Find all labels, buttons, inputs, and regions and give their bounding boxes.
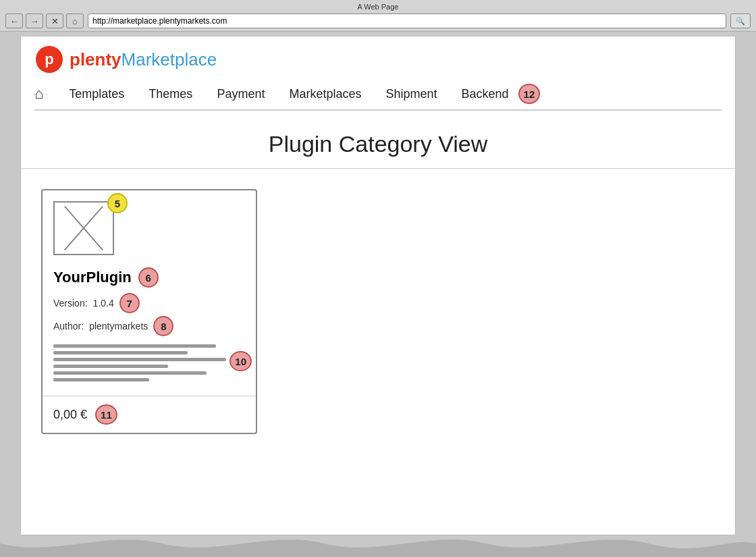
- author-value: plentymarkets: [89, 321, 148, 331]
- logo-plenty: plenty: [70, 49, 122, 70]
- browser-toolbar: ← → ✕ ⌂ 🔍: [5, 14, 751, 28]
- svg-text:p: p: [45, 51, 53, 68]
- nav-item-marketplaces[interactable]: Marketplaces: [277, 84, 373, 104]
- author-label: Author:: [53, 321, 84, 331]
- nav-item-themes[interactable]: Themes: [136, 84, 205, 104]
- desc-line-5: [53, 371, 207, 375]
- back-button[interactable]: ←: [5, 14, 23, 28]
- page-wrapper: p plentyMarketplace ⌂ Templates Themes P…: [20, 36, 736, 535]
- site-header: p plentyMarketplace ⌂ Templates Themes P…: [21, 36, 735, 111]
- version-badge: 7: [119, 293, 140, 313]
- plugin-name-badge: 6: [138, 267, 159, 288]
- browser-chrome: A Web Page ← → ✕ ⌂ 🔍: [0, 0, 756, 32]
- nav-backend-container: Backend 12: [450, 84, 541, 104]
- forward-button[interactable]: →: [26, 14, 43, 28]
- nav-buttons: ← → ✕ ⌂: [5, 14, 84, 28]
- logo-area: p plentyMarketplace: [34, 45, 722, 74]
- card-footer: 0,00 € 11: [43, 396, 256, 433]
- card-body: 5 YourPlugin 6 Version: 1.0.4 7 Author:: [43, 190, 256, 396]
- plugin-name-row: YourPlugin 6: [53, 267, 245, 288]
- image-badge-number: 5: [107, 193, 128, 213]
- plugin-name-text: YourPlugin: [53, 269, 132, 286]
- plugin-description: 10: [53, 344, 245, 381]
- page-bottom-wave: [0, 530, 756, 557]
- navigation: ⌂ Templates Themes Payment Marketplaces …: [34, 84, 722, 111]
- logo-icon: p: [34, 45, 64, 74]
- desc-line-4: [53, 365, 168, 368]
- plugin-version-row: Version: 1.0.4 7: [53, 293, 245, 313]
- price-badge: 11: [95, 404, 117, 425]
- nav-item-backend[interactable]: Backend: [450, 84, 513, 104]
- desc-line-3: [53, 358, 226, 361]
- image-badge-container: 5: [107, 193, 128, 213]
- nav-item-templates[interactable]: Templates: [57, 84, 136, 104]
- plugin-thumbnail: [53, 201, 114, 255]
- plugin-card: 5 YourPlugin 6 Version: 1.0.4 7 Author:: [41, 189, 257, 434]
- plugin-author-row: Author: plentymarkets 8: [53, 316, 245, 336]
- plugin-grid: 5 YourPlugin 6 Version: 1.0.4 7 Author:: [21, 169, 735, 454]
- nav-home-icon[interactable]: ⌂: [34, 85, 43, 103]
- version-label: Version:: [53, 298, 88, 309]
- home-button[interactable]: ⌂: [66, 14, 84, 28]
- page-title-section: Plugin Category View: [21, 111, 735, 169]
- search-button[interactable]: 🔍: [730, 14, 751, 28]
- stop-button[interactable]: ✕: [46, 14, 63, 28]
- page-title: Plugin Category View: [34, 131, 722, 157]
- plugin-price: 0,00 €: [53, 408, 87, 422]
- address-bar[interactable]: [88, 14, 726, 28]
- nav-badge: 12: [518, 84, 541, 104]
- browser-title: A Web Page: [5, 3, 751, 11]
- logo-text: plentyMarketplace: [70, 49, 217, 70]
- nav-item-payment[interactable]: Payment: [205, 84, 277, 104]
- version-value: 1.0.4: [93, 298, 114, 309]
- desc-line-6: [53, 378, 149, 381]
- card-image-area: 5: [53, 201, 114, 255]
- author-badge: 8: [153, 316, 173, 336]
- desc-line-2: [53, 351, 188, 354]
- nav-item-shipment[interactable]: Shipment: [373, 84, 449, 104]
- desc-line-1: [53, 344, 216, 348]
- logo-marketplace: Marketplace: [122, 49, 217, 70]
- description-badge: 10: [230, 351, 252, 371]
